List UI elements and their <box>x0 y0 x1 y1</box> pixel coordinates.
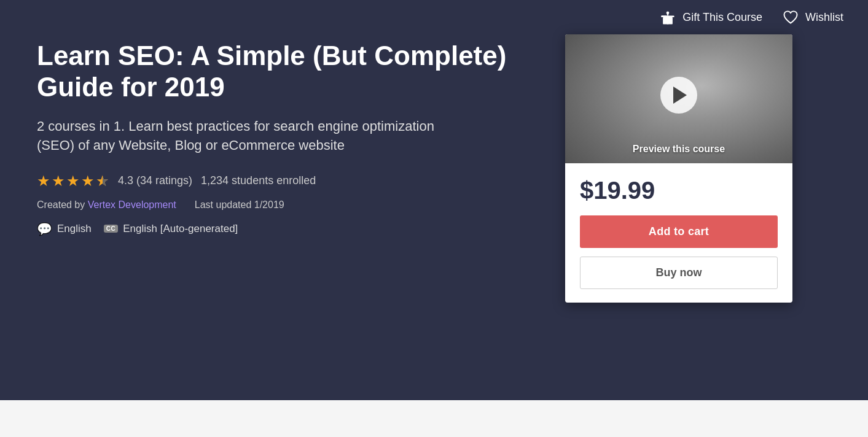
play-triangle-icon <box>673 87 687 104</box>
buy-now-button[interactable]: Buy now <box>580 257 778 289</box>
course-subtitle: 2 courses in 1. Learn best practices for… <box>37 117 467 155</box>
preview-video[interactable]: Preview this course <box>565 34 792 163</box>
svg-rect-2 <box>662 15 667 17</box>
star-4: ★ <box>81 172 95 190</box>
bottom-strip <box>0 400 868 437</box>
course-title: Learn SEO: A Simple (But Complete) Guide… <box>37 41 541 102</box>
star-1: ★ <box>37 172 50 190</box>
language-text: English <box>57 223 92 235</box>
rating-row: ★ ★ ★ ★ ★★ 4.3 (34 ratings) 1,234 studen… <box>37 172 541 190</box>
language-row: 💬 English CC English [Auto-generated] <box>37 222 541 236</box>
card-body: $19.99 Add to cart Buy now <box>565 163 792 303</box>
rating-count: 4.3 (34 ratings) <box>118 174 192 187</box>
add-to-cart-button[interactable]: Add to cart <box>580 215 778 248</box>
star-2: ★ <box>52 172 65 190</box>
gift-course-button[interactable]: Gift This Course <box>659 9 762 26</box>
creator-link[interactable]: Vertex Development <box>88 199 176 210</box>
page-wrapper: Gift This Course Wishlist Learn SEO: A S… <box>0 0 868 437</box>
main-content: Learn SEO: A Simple (But Complete) Guide… <box>0 34 868 327</box>
caption-item: CC English [Auto-generated] <box>104 223 238 235</box>
gift-icon <box>659 9 676 26</box>
creator-label: Created by Vertex Development <box>37 199 176 211</box>
students-count: 1,234 students enrolled <box>201 174 316 187</box>
star-5-half: ★★ <box>96 172 109 190</box>
updated-label: Last updated 1/2019 <box>195 199 284 211</box>
preview-label: Preview this course <box>565 144 792 155</box>
language-item: 💬 English <box>37 222 92 236</box>
svg-rect-3 <box>667 15 669 24</box>
top-bar: Gift This Course Wishlist <box>0 0 868 34</box>
meta-row: Created by Vertex Development Last updat… <box>37 199 541 211</box>
wishlist-button[interactable]: Wishlist <box>782 9 843 26</box>
gift-label: Gift This Course <box>682 11 762 24</box>
price: $19.99 <box>580 177 778 204</box>
cc-icon: CC <box>104 225 118 233</box>
course-info: Learn SEO: A Simple (But Complete) Guide… <box>37 41 541 303</box>
star-3: ★ <box>66 172 80 190</box>
wishlist-label: Wishlist <box>805 11 843 24</box>
speech-bubble-icon: 💬 <box>37 222 52 236</box>
stars: ★ ★ ★ ★ ★★ <box>37 172 109 190</box>
heart-icon <box>782 9 799 26</box>
course-card: Preview this course $19.99 Add to cart B… <box>565 34 792 303</box>
caption-text: English [Auto-generated] <box>123 223 238 235</box>
play-button[interactable] <box>660 77 697 114</box>
